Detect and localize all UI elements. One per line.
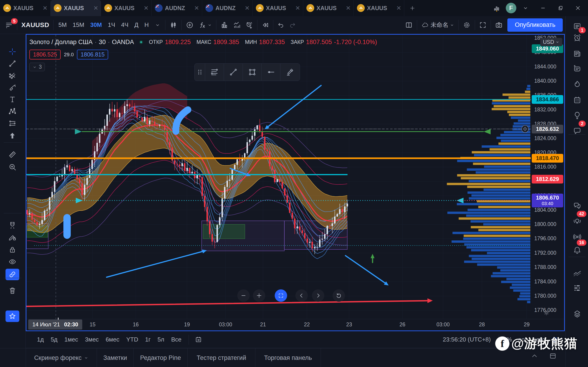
browser-tab[interactable]: XAUUS✕	[101, 0, 152, 16]
settings-button[interactable]	[461, 19, 473, 32]
timeframe-15M[interactable]: 15M	[70, 19, 87, 32]
dom-panel[interactable]	[572, 283, 583, 293]
bottom-tab[interactable]: Тестер стратегий	[188, 348, 255, 367]
window-restore-button[interactable]	[552, 0, 569, 16]
timeframe-1Ч[interactable]: 1Ч	[105, 19, 118, 32]
main-menu-button[interactable]: 5	[3, 19, 15, 32]
trendline-tool[interactable]	[6, 58, 19, 69]
new-tab-button[interactable]	[404, 0, 420, 16]
browser-tab[interactable]: XAUUS✕	[303, 0, 354, 16]
panel-maximize-icon[interactable]	[549, 352, 557, 360]
text-tool[interactable]	[6, 94, 19, 105]
bottom-tab[interactable]: Торговая панель	[255, 348, 321, 367]
candle-style-button[interactable]	[167, 19, 180, 32]
bar-replay-button[interactable]	[259, 19, 271, 32]
drag-handle-icon[interactable]	[195, 64, 205, 81]
close-tab-icon[interactable]: ✕	[93, 5, 98, 12]
chat-panel[interactable]	[572, 126, 583, 137]
indicators-button[interactable]	[196, 19, 214, 32]
timeframe-5M[interactable]: 5M	[55, 19, 70, 32]
browser-tab[interactable]: AUDNZ✕	[152, 0, 202, 16]
sync-drawings[interactable]	[6, 269, 19, 280]
marker-tool[interactable]	[281, 64, 300, 81]
trendline-quick-tool[interactable]	[224, 64, 243, 81]
scroll-left-button[interactable]	[295, 289, 308, 302]
scale-theme-icon[interactable]	[543, 309, 550, 316]
range-6мес[interactable]: 6мес	[102, 336, 123, 343]
indicators-collapse-button[interactable]: 3	[29, 63, 45, 71]
ask-price[interactable]: 1806.815	[77, 50, 108, 59]
market-overview-icon[interactable]	[488, 0, 505, 16]
crosshair-tool[interactable]	[6, 46, 19, 58]
reset-chart-button[interactable]	[333, 289, 345, 302]
parallel-lines-tool[interactable]	[205, 64, 224, 81]
object-tree-panel[interactable]	[572, 308, 583, 319]
window-minimize-button[interactable]	[535, 0, 551, 16]
zoom-in-button[interactable]	[253, 289, 265, 302]
hide-drawings[interactable]	[6, 256, 19, 267]
panel-collapse-icon[interactable]	[530, 352, 538, 360]
notes-panel[interactable]	[572, 63, 583, 74]
range-1мес[interactable]: 1мес	[61, 336, 82, 343]
private-chats-panel[interactable]	[572, 200, 583, 211]
scroll-right-button[interactable]	[312, 289, 324, 302]
undo-button[interactable]	[275, 19, 287, 32]
reset-view-button[interactable]	[275, 289, 287, 302]
hotlists-panel[interactable]	[572, 79, 583, 90]
bid-price[interactable]: 1806.525	[29, 50, 61, 59]
chevron-down-icon[interactable]	[517, 0, 534, 16]
zoom-out-button[interactable]	[237, 289, 250, 302]
remove-drawings[interactable]	[6, 285, 19, 296]
templates-button[interactable]	[218, 19, 231, 32]
pitchfork-tool[interactable]	[6, 70, 19, 81]
range-3мес[interactable]: 3мес	[82, 336, 102, 343]
timeframe-Н[interactable]: Н	[141, 19, 152, 32]
stay-in-drawing-mode[interactable]	[6, 231, 19, 243]
magnet-mode[interactable]	[6, 219, 19, 231]
save-layout-button[interactable]: 未命名	[419, 19, 457, 32]
close-tab-icon[interactable]: ✕	[346, 5, 351, 12]
browser-tab[interactable]: XAUUS✕	[50, 0, 101, 16]
browser-tab[interactable]: AUDNZ✕	[202, 0, 253, 16]
forecast-button[interactable]	[231, 19, 243, 32]
range-1г[interactable]: 1г	[142, 336, 154, 343]
alerts-clock-panel[interactable]	[572, 32, 583, 43]
timeframe-30M[interactable]: 30M	[87, 19, 105, 32]
close-tab-icon[interactable]: ✕	[396, 5, 401, 12]
window-close-button[interactable]	[570, 0, 586, 16]
go-to-date-button[interactable]	[192, 333, 204, 346]
fullscreen-button[interactable]	[477, 19, 489, 32]
legend-title-row[interactable]: Золото / Доллар США·30·OANDAОТКР1809.225…	[29, 39, 377, 46]
currency-selector[interactable]: USD	[540, 38, 562, 46]
timeframe-4Ч[interactable]: 4Ч	[118, 19, 131, 32]
range-5д[interactable]: 5д	[47, 336, 61, 343]
news-panel[interactable]	[572, 48, 583, 59]
avatar[interactable]: F	[506, 3, 516, 13]
browser-tab[interactable]: XAUUS✕	[0, 0, 50, 16]
layout-select-button[interactable]	[403, 19, 415, 32]
bottom-tab[interactable]: Скринер форекс	[26, 348, 97, 367]
compare-button[interactable]	[183, 19, 196, 32]
time-axis[interactable]: 15161903:002122232603:00282914 Июл '2102…	[26, 319, 564, 330]
lock-drawings[interactable]	[6, 244, 19, 255]
alert-button[interactable]	[243, 19, 255, 32]
snapshot-button[interactable]	[493, 19, 505, 32]
redo-button[interactable]	[287, 19, 298, 32]
timeframe-Д[interactable]: Д	[131, 19, 141, 32]
horizontal-line-tool[interactable]	[262, 64, 281, 81]
measure-tool[interactable]	[6, 149, 19, 160]
favorites-toolbar[interactable]	[6, 310, 19, 322]
brush-tool[interactable]	[6, 82, 19, 93]
zoom-in-tool[interactable]	[6, 161, 19, 173]
object-tree-markets[interactable]	[572, 267, 583, 279]
close-tab-icon[interactable]: ✕	[42, 5, 48, 12]
bottom-tab[interactable]: Редактор Pine	[134, 348, 188, 367]
ideas-stream-panel[interactable]	[572, 216, 583, 227]
close-tab-icon[interactable]: ✕	[295, 5, 300, 12]
notifications-panel[interactable]	[572, 245, 583, 256]
browser-tab[interactable]: XAUUS✕	[253, 0, 303, 16]
close-tab-icon[interactable]: ✕	[245, 5, 250, 12]
range-YTD[interactable]: YTD	[123, 336, 142, 343]
browser-tab[interactable]: XAUUS✕	[354, 0, 404, 16]
range-1д[interactable]: 1д	[33, 336, 47, 343]
